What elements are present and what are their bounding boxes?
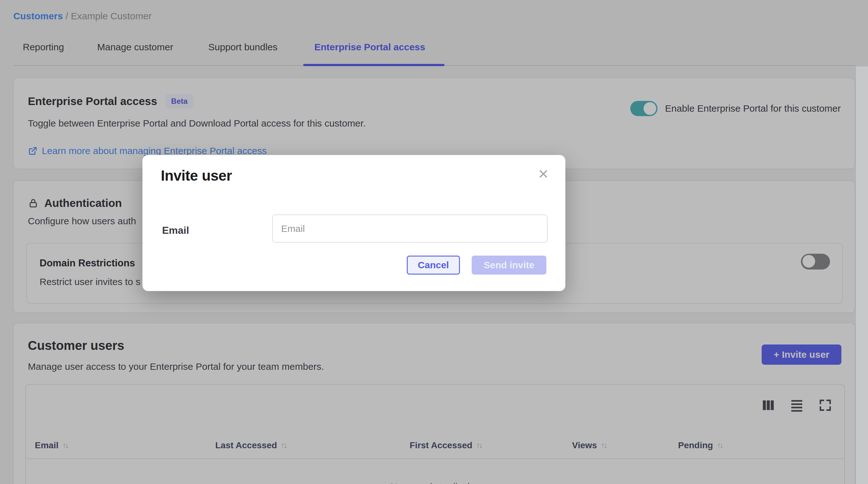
modal-title: Invite user [161, 167, 232, 184]
invite-user-modal: Invite user ✕ Email Cancel Send invite [143, 155, 565, 291]
email-field[interactable] [272, 215, 548, 243]
scrollbar[interactable] [856, 66, 868, 484]
send-invite-button[interactable]: Send invite [472, 256, 547, 275]
close-icon[interactable]: ✕ [538, 168, 549, 181]
cancel-button[interactable]: Cancel [407, 256, 460, 275]
email-label: Email [162, 225, 189, 236]
